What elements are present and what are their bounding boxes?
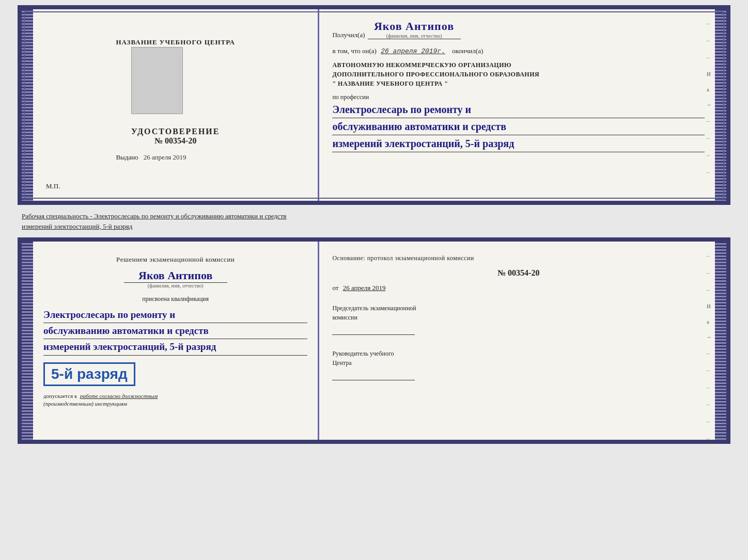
recipient-name: Яков Антипов [374,20,454,33]
recipient-row: Получил(а) Яков Антипов (фамилия, имя, о… [332,20,705,39]
issued-date: 26 апреля 2019 [144,153,186,162]
date-suffix: окончил(а) [452,47,483,55]
profession-prefix: по профессии [332,93,705,101]
допускается-block: допускается к работе согласно должностны… [43,392,307,408]
doc-number: № 00354-20 [332,268,705,278]
grade-text: 5-й разряд [51,366,128,382]
chairman-block: Председатель экзаменационной комиссии [332,303,705,335]
cert-center: УДОСТОВЕРЕНИЕ № 00354-20 [131,47,220,146]
bottom-right-dashes: – – – И а ← – – – – – – [707,252,712,442]
fio-hint-bottom: (фамилия, имя, отчество) [43,283,307,289]
top-certificate: НАЗВАНИЕ УЧЕБНОГО ЦЕНТРА УДОСТОВЕРЕНИЕ №… [18,5,730,205]
bottom-left-stripe [22,242,33,440]
cert-right-panel: Получил(а) Яков Антипов (фамилия, имя, о… [319,9,715,201]
cert-label: УДОСТОВЕРЕНИЕ [131,127,220,136]
qual-line1: Электрослесарь по ремонту и [43,307,307,323]
person-name-block: Яков Антипов (фамилия, имя, отчество) [43,269,307,289]
head-sig-line [332,370,415,380]
issued-prefix: Выдано [116,153,138,162]
org-line1: АВТОНОМНУЮ НЕКОММЕРЧЕСКУЮ ОРГАНИЗАЦИЮ [332,60,705,70]
commission-title: Решением экзаменационной комиссии [43,254,307,265]
right-dashes: – – – И а ← – – – – [707,20,712,176]
org-block: АВТОНОМНУЮ НЕКОММЕРЧЕСКУЮ ОРГАНИЗАЦИЮ ДО… [332,60,705,88]
допускается-suffix: работе согласно должностным [80,393,158,399]
date-row: в том, что он(а) 26 апреля 2019г. окончи… [332,47,705,55]
photo-placeholder [131,47,183,114]
basis-title: Основание: протокол экзаменационной коми… [332,254,705,262]
bottom-certificate: Решением экзаменационной комиссии Яков А… [18,237,730,444]
head-label2: Центра [332,358,705,367]
допускается-prefix: допускается к [43,393,77,399]
profession-line2: обслуживанию автоматики и средств [332,118,705,135]
chairman-label1: Председатель экзаменационной [332,303,705,313]
date-prefix: в том, что он(а) [332,47,377,55]
head-label1: Руководитель учебного [332,349,705,358]
middle-specialty-text: Рабочая специальность - Электрослесарь п… [18,209,730,233]
profession-line3: измерений электростанций, 5-й разряд [332,135,705,152]
issued-row: Выдано 26 апреля 2019 [116,153,235,162]
recipient-name-block: Яков Антипов (фамилия, имя, отчество) [368,20,461,39]
commission-label: комиссии [332,313,705,322]
profession-block: по профессии Электрослесарь по ремонту и… [332,93,705,152]
grade-box: 5-й разряд [43,362,135,386]
cert-number: № 00354-20 [131,136,220,146]
chairman-sig-line [332,325,415,335]
инструкции: (производственным) инструкциям [43,401,127,407]
right-stripe [715,9,726,201]
cert-left-panel: НАЗВАНИЕ УЧЕБНОГО ЦЕНТРА УДОСТОВЕРЕНИЕ №… [33,9,319,201]
bottom-right-panel: Основание: протокол экзаменационной коми… [319,242,715,440]
qualification-block: Электрослесарь по ремонту и обслуживанию… [43,307,307,356]
qual-line2: обслуживанию автоматики и средств [43,323,307,339]
doc-date-value: 26 апреля 2019 [343,284,386,292]
org-name-left: НАЗВАНИЕ УЧЕБНОГО ЦЕНТРА [116,38,235,47]
head-block: Руководитель учебного Центра [332,349,705,380]
profession-line1: Электрослесарь по ремонту и [332,101,705,118]
doc-date-prefix: от [332,284,338,292]
date-value: 26 апреля 2019г. [381,47,445,55]
mp-label: М.П. [46,182,60,190]
bottom-right-stripe [715,242,726,440]
qual-line3: измерений электростанций, 5-й разряд [43,339,307,355]
person-name: Яков Антипов [43,269,307,282]
org-line3: " НАЗВАНИЕ УЧЕБНОГО ЦЕНТРА " [332,79,705,88]
doc-date: от 26 апреля 2019 [332,284,705,292]
bottom-left-panel: Решением экзаменационной комиссии Яков А… [33,242,319,440]
qualification-label: присвоена квалификация [43,295,307,303]
fio-hint-top: (фамилия, имя, отчество) [386,33,442,39]
left-stripe [22,9,33,201]
recipient-prefix: Получил(а) [332,31,365,39]
org-line2: ДОПОЛНИТЕЛЬНОГО ПРОФЕССИОНАЛЬНОГО ОБРАЗО… [332,70,705,79]
